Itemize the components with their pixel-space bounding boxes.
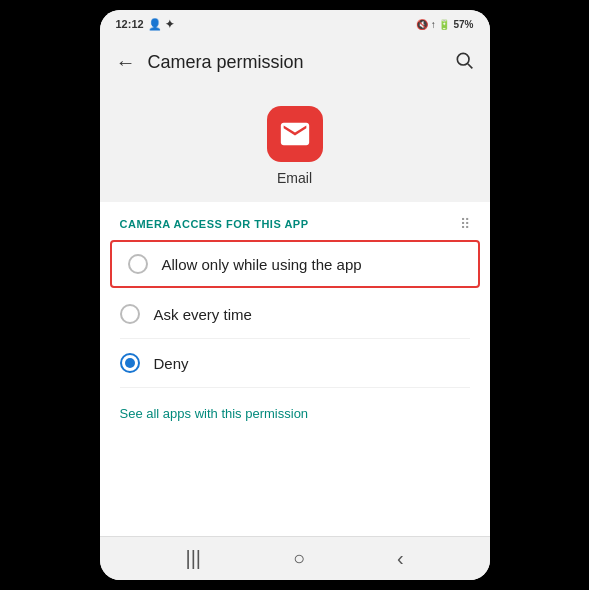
nav-bar: ← Camera permission <box>100 38 490 86</box>
app-name: Email <box>277 170 312 186</box>
option-allow-label: Allow only while using the app <box>162 256 362 273</box>
svg-line-1 <box>467 63 472 68</box>
app-icon <box>267 106 323 162</box>
back-button[interactable]: ← <box>112 47 140 78</box>
section-header: CAMERA ACCESS FOR THIS APP ⠿ <box>100 202 490 238</box>
section-header-text: CAMERA ACCESS FOR THIS APP <box>120 218 309 230</box>
option-ask-every-time[interactable]: Ask every time <box>100 290 490 338</box>
option-ask-label: Ask every time <box>154 306 252 323</box>
status-time: 12:12 <box>116 18 144 30</box>
recent-apps-button[interactable]: ||| <box>169 543 217 574</box>
radio-allow <box>128 254 148 274</box>
option-allow-while-using[interactable]: Allow only while using the app <box>110 240 480 288</box>
status-battery: 57% <box>453 19 473 30</box>
radio-ask <box>120 304 140 324</box>
grid-icon: ⠿ <box>460 216 470 232</box>
back-nav-button[interactable]: ‹ <box>381 543 420 574</box>
page-title: Camera permission <box>148 52 442 73</box>
status-bar-left: 12:12 👤 ✦ <box>116 18 174 31</box>
status-bar-right: 🔇 ↑ 🔋 57% <box>416 19 474 30</box>
option-deny[interactable]: Deny <box>100 339 490 387</box>
bottom-nav: ||| ○ ‹ <box>100 536 490 580</box>
status-icons: 👤 ✦ <box>148 18 174 31</box>
search-button[interactable] <box>450 46 478 79</box>
content-card: CAMERA ACCESS FOR THIS APP ⠿ Allow only … <box>100 202 490 536</box>
app-icon-area: Email <box>100 86 490 202</box>
status-network: 🔇 ↑ 🔋 <box>416 19 451 30</box>
home-button[interactable]: ○ <box>277 543 321 574</box>
svg-point-0 <box>457 53 469 65</box>
phone-screen: 12:12 👤 ✦ 🔇 ↑ 🔋 57% ← Camera permission … <box>100 10 490 580</box>
see-all-apps-link[interactable]: See all apps with this permission <box>100 388 490 439</box>
radio-deny <box>120 353 140 373</box>
status-bar: 12:12 👤 ✦ 🔇 ↑ 🔋 57% <box>100 10 490 38</box>
option-deny-label: Deny <box>154 355 189 372</box>
